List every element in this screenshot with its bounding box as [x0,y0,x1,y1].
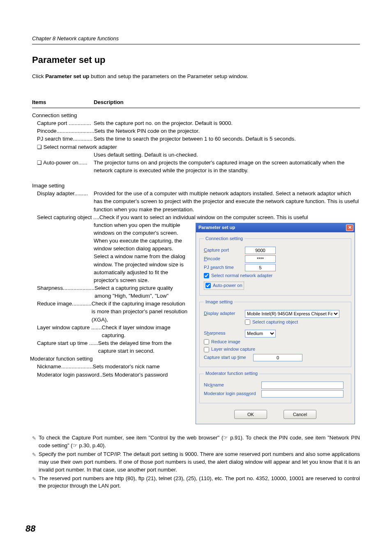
layer-window-capture-desc: Check if layer window image capturing. [102,324,188,339]
nickname-input[interactable] [261,382,344,389]
pincode-desc: Sets the Network PIN code on the project… [94,127,360,135]
reduce-image-desc: Check if the capturing image resolution … [92,300,188,323]
pencil-icon: ✎ [32,434,39,450]
dlg-sharpness-label: Sharpness [204,330,245,337]
nickname-desc: Sets moderator's nick name [93,363,188,370]
display-adapter-label: Display adapter [37,190,74,197]
dlg-reduce-image-label: Reduce image [211,339,240,345]
normal-adapter-label: ❑ Select normal network adapter [32,143,117,151]
capture-startup-label: Capture start up time [37,340,88,346]
dots: ............... [67,120,91,126]
auto-power-checkbox[interactable] [205,283,211,288]
autopower-label: ❑ Auto-power on [37,160,78,166]
image-setting-legend: Image setting [204,299,234,305]
pincode-input[interactable] [245,255,276,263]
select-capturing-object-desc-wide: Check if you want to select an individua… [99,213,360,221]
table-header: Items Description [32,98,360,108]
image-setting-heading: Image setting [32,182,360,190]
moderator-setting-group: Moderator function setting Nickname Mode… [199,370,351,403]
dots: ...... [88,340,98,346]
dots: .. [99,372,102,378]
display-adapter-desc: Provided for the use of a computer with … [94,190,360,213]
dlg-lwc-label: Layer window capture [211,346,255,353]
ok-button[interactable]: OK [234,410,267,419]
dlg-pjsearch-label: PJ search time [204,264,245,271]
dlg-normal-adapter-label: Select normal network adapter [211,273,272,279]
dlg-nickname-label: Nickname [204,382,261,388]
capture-startup-desc: Sets the delayed time from the capture s… [98,339,188,355]
moderator-setting-legend: Moderator function setting [204,370,259,377]
col-items: Items [32,98,94,106]
capture-port-label: Capture port [37,120,67,126]
dots: ....... [90,324,101,331]
sharpness-label: Sharpness [37,285,63,291]
dots: ............. [73,136,92,142]
autopower-desc: The projector turns on and projects the … [94,159,360,174]
pjsearch-desc: Sets the time to search the projector be… [94,135,360,143]
sharpness-desc: Select a capturing picture quality among… [95,284,188,300]
reduce-image-label: Reduce image [37,301,72,307]
dlg-sco-label: Select capturing object [252,319,298,326]
moderator-password-input[interactable] [261,390,344,398]
pincode-label: Pincode [37,128,57,134]
normal-adapter-checkbox[interactable] [204,273,209,278]
page-title: Parameter set up [32,53,360,67]
select-capturing-object-checkbox[interactable] [245,319,250,325]
intro-prefix: Click [32,73,45,79]
dlg-pincode-label: Pincode [204,256,245,262]
dlg-auto-power-label: Auto-power on [213,282,242,289]
col-description: Description [94,98,124,106]
close-icon[interactable]: ✕ [346,224,353,231]
dots: ..................... [61,363,93,370]
dlg-display-adapter-label: Display adapter [204,310,245,317]
dialog-title: Parameter set up [198,224,235,231]
pencil-icon: ✎ [32,451,39,474]
layer-window-capture-label: Layer window capture [37,324,90,331]
reduce-image-checkbox[interactable] [204,339,209,345]
dlg-modpw-label: Moderator login password [204,391,261,397]
display-adapter-select[interactable]: Mobile Intel(R) 945GM Express Chipset Fa… [245,310,339,318]
nickname-label: Nickname [37,363,61,370]
normal-adapter-desc: Uses default setting. Default is un-chec… [32,151,360,159]
dots: ......................... [57,128,95,134]
dots: ...... [78,160,88,166]
dots: ......... [74,190,88,197]
pjsearch-input[interactable] [245,264,276,271]
dots: ..................... [63,285,95,291]
connection-setting-heading: Connection setting [32,111,360,119]
pjsearch-label: PJ search time [37,136,73,142]
capture-port-desc: Sets the capture port no. on the project… [94,119,360,127]
dlg-capture-port-label: Capture port [204,247,245,254]
moderator-password-desc: Sets Moderator's password [102,371,188,379]
intro-bold: Parameter set up [45,73,89,79]
note-1: To check the Capture Port number, see it… [39,434,360,450]
connection-setting-legend: Connection setting [204,236,244,242]
dots: ............. [72,301,92,307]
moderator-password-label: Moderator login password [37,372,99,378]
capture-port-input[interactable] [245,247,276,254]
note-2: Specify the port number of TCP/IP. The d… [39,451,360,474]
layer-window-capture-checkbox[interactable] [204,347,209,352]
connection-setting-group: Connection setting Capture port Pincode … [199,236,351,296]
intro-text: Click Parameter set up button and setup … [32,72,360,80]
intro-suffix: button and setup the parameters on the P… [89,73,248,79]
cancel-button[interactable]: Cancel [284,410,316,419]
chapter-header: Chapter 8 Network capture functions [32,35,119,42]
pencil-icon: ✎ [32,475,39,490]
moderator-setting-heading: Moderator function setting [30,355,188,363]
dialog-titlebar[interactable]: Parameter set up ✕ [196,223,355,232]
image-setting-group: Image setting Display adapter Mobile Int… [199,299,351,368]
capture-startup-input[interactable] [253,354,302,361]
parameter-setup-dialog: Parameter set up ✕ Connection setting Ca… [196,223,355,425]
dots: .... [92,214,99,220]
dlg-csu-label: Capture start up time [204,354,253,361]
note-3: The reserved port numbers are http (80),… [39,475,360,490]
page-number: 88 [25,522,35,535]
sharpness-select[interactable]: Medium [245,330,276,338]
select-capturing-object-desc-narrow: function when you open the multiple wind… [32,221,188,284]
select-capturing-object-label: Select capturing object [37,214,92,220]
